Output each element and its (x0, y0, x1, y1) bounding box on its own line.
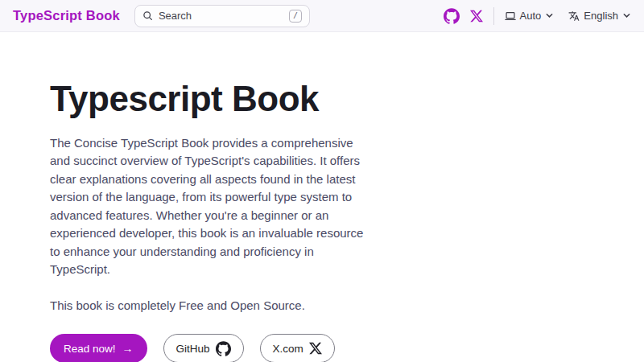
chevron-down-icon (545, 11, 554, 20)
hero-tagline: This book is completely Free and Open So… (50, 297, 644, 315)
slash-key-icon: / (289, 10, 302, 23)
navbar-divider (493, 7, 494, 25)
site-logo[interactable]: TypeScript Book (13, 8, 120, 23)
hero-actions: Read now! → GitHub X.com (50, 334, 644, 362)
xcom-button[interactable]: X.com (260, 334, 335, 362)
translate-icon (568, 10, 580, 22)
xcom-button-label: X.com (273, 343, 303, 355)
language-selector[interactable]: English (568, 10, 631, 22)
search-placeholder: Search (159, 10, 192, 22)
github-icon (216, 341, 231, 356)
search-icon (142, 10, 153, 21)
chevron-down-icon (622, 11, 631, 20)
theme-label: Auto (520, 10, 542, 22)
hero-section: Typescript Book The Concise TypeScript B… (0, 32, 644, 362)
arrow-right-icon: → (122, 342, 134, 355)
x-link[interactable] (470, 10, 483, 23)
x-icon (470, 10, 483, 23)
github-icon (444, 8, 460, 24)
search-input[interactable]: Search / (134, 5, 310, 27)
navbar: TypeScript Book Search / Auto (0, 0, 644, 32)
page-title: Typescript Book (50, 79, 644, 120)
hero-description: The Concise TypeScript Book provides a c… (50, 134, 375, 279)
laptop-icon (505, 10, 516, 22)
github-link[interactable] (444, 8, 460, 24)
github-button[interactable]: GitHub (163, 334, 244, 362)
x-icon (309, 342, 322, 355)
language-label: English (584, 10, 618, 22)
read-now-button[interactable]: Read now! → (50, 334, 147, 362)
github-button-label: GitHub (176, 343, 210, 355)
navbar-actions: Auto English (444, 7, 631, 25)
theme-selector[interactable]: Auto (505, 10, 555, 22)
read-now-label: Read now! (64, 343, 116, 355)
